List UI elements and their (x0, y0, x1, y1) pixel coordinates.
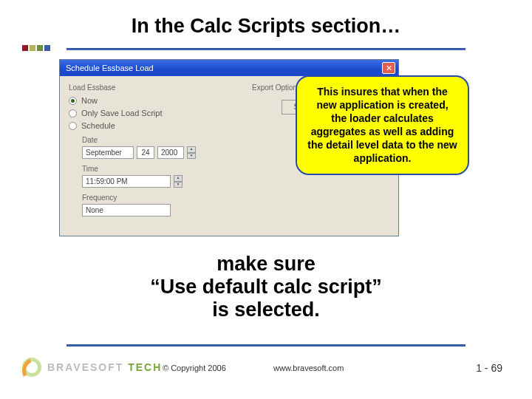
accent-block (37, 45, 43, 51)
title-divider (66, 44, 466, 54)
spinner-icon[interactable]: ▲▼ (174, 175, 183, 188)
time-row: 11:59:00 PM ▲▼ (82, 175, 389, 188)
instruction-text: make sure “Use default calc script” is s… (0, 253, 532, 321)
brand-text: BRAVESOFT TECH (47, 361, 162, 373)
close-icon[interactable]: ✕ (382, 62, 395, 74)
frequency-field[interactable]: None (82, 204, 171, 216)
year-field[interactable]: 2000 (157, 146, 184, 159)
callout-bubble: This insures that when the new applicati… (296, 75, 469, 175)
radio-label: Now (81, 96, 98, 105)
month-field[interactable]: September (82, 146, 134, 159)
radio-icon[interactable] (69, 122, 77, 130)
accent-blocks (22, 45, 50, 51)
spinner-icon[interactable]: ▲▼ (187, 146, 196, 159)
dialog-title: Schedule Essbase Load (66, 64, 154, 72)
logo-icon (22, 358, 41, 377)
radio-label: Only Save Load Script (81, 109, 162, 117)
brand-logo: BRAVESOFT TECH (22, 358, 162, 377)
copyright-text: © Copyright 2006 (163, 364, 226, 372)
page-number: 1 - 69 (476, 362, 502, 374)
rule-bar (66, 48, 466, 50)
day-field[interactable]: 24 (137, 146, 154, 159)
time-field[interactable]: 11:59:00 PM (82, 175, 171, 188)
export-options-label: Export Options (252, 83, 301, 92)
brand-name-b: TECH (128, 361, 162, 373)
footer-rule (66, 344, 466, 347)
instruction-line: is selected. (212, 299, 320, 321)
instruction-line: “Use default calc script” (150, 276, 382, 298)
radio-icon[interactable] (69, 97, 77, 105)
callout-text: This insures that when the new applicati… (307, 86, 457, 164)
accent-block (44, 45, 50, 51)
slide-title: In the Calc Scripts section… (0, 0, 532, 44)
radio-icon[interactable] (69, 109, 77, 117)
instruction-line: make sure (216, 253, 316, 275)
website-text: www.bravesoft.com (273, 364, 344, 372)
brand-name-a: BRAVESOFT (47, 361, 123, 373)
dialog-titlebar: Schedule Essbase Load ✕ (60, 60, 398, 76)
accent-block (22, 45, 28, 51)
radio-label: Schedule (81, 121, 115, 130)
frequency-label: Frequency (82, 194, 389, 202)
accent-block (30, 45, 35, 51)
frequency-row: None (82, 204, 389, 216)
footer: BRAVESOFT TECH © Copyright 2006 www.brav… (0, 358, 532, 387)
